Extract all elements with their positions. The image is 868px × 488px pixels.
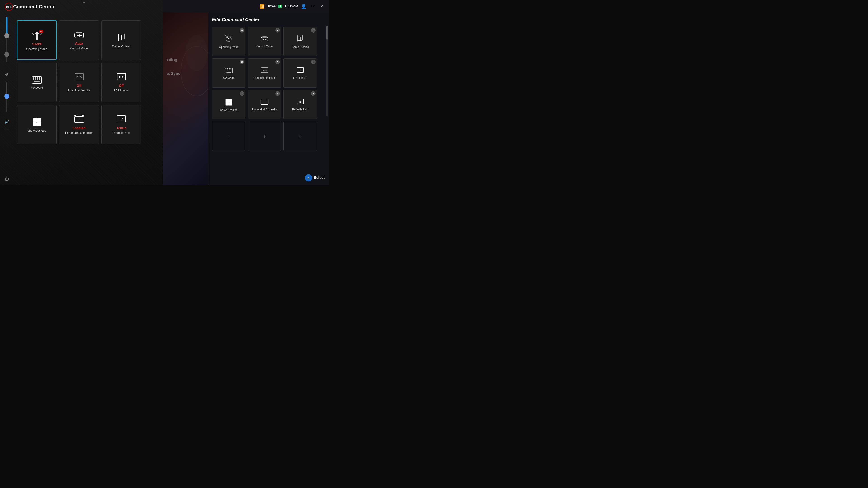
realtime-monitor-icon: INFO	[74, 73, 84, 82]
svg-rect-19	[39, 77, 40, 78]
svg-point-47	[263, 39, 264, 40]
tile-embedded-controller[interactable]: Enabled Embedded Controller	[59, 105, 99, 144]
remove-fps-limiter-button[interactable]: ✕	[311, 60, 315, 64]
edit-tile-game-profiles[interactable]: ✕ Game Profiles	[283, 27, 317, 56]
edit-tile-embedded-controller[interactable]: ✕ Embedded Controller	[248, 90, 281, 119]
volume-slider-thumb[interactable]	[4, 94, 9, 99]
edit-game-profiles-label: Game Profiles	[291, 45, 309, 49]
tile-keyboard[interactable]: Keyboard	[17, 63, 57, 102]
keyboard-label: Keyboard	[31, 86, 43, 90]
tile-refresh-rate[interactable]: HZ 120Hz Refresh Rate	[101, 105, 141, 144]
svg-rect-6	[76, 32, 82, 33]
svg-rect-22	[37, 79, 38, 80]
tile-realtime-monitor[interactable]: INFO Off Real-time Monitor	[59, 63, 99, 102]
brightness-slider-container[interactable]	[6, 17, 7, 67]
realtime-monitor-status: Off	[76, 84, 82, 88]
select-label: Select	[314, 176, 324, 180]
edit-refresh-rate-icon: HZ	[296, 99, 304, 106]
wifi-icon: 📶	[260, 4, 265, 9]
edit-fps-limiter-icon: FPS	[296, 67, 304, 74]
edit-control-mode-label: Control Mode	[256, 45, 273, 48]
svg-rect-16	[33, 77, 34, 78]
svg-rect-63	[225, 99, 229, 102]
separator	[3, 129, 10, 129]
remove-realtime-monitor-button[interactable]: ✕	[275, 60, 280, 64]
fps-limiter-icon: FPS	[117, 73, 126, 82]
svg-rect-67	[261, 100, 268, 104]
title-bar: ROG Command Center	[0, 0, 162, 13]
add-slot-2[interactable]: +	[248, 122, 281, 151]
edit-tile-control-mode[interactable]: ✕ Control Mode	[248, 27, 281, 56]
svg-text:FPS: FPS	[119, 76, 124, 78]
show-desktop-icon	[32, 118, 41, 128]
embedded-controller-icon	[74, 116, 84, 125]
svg-rect-13	[121, 35, 122, 40]
edit-realtime-monitor-label: Real-time Monitor	[254, 76, 275, 80]
svg-rect-21	[35, 79, 36, 80]
panel-scrollbar[interactable]	[327, 26, 328, 116]
scrollbar-thumb[interactable]	[327, 26, 328, 39]
bg-status-line1: nting	[167, 58, 177, 62]
tile-fps-limiter[interactable]: FPS Off FPS Limiter	[101, 63, 141, 102]
remove-show-desktop-button[interactable]: ✕	[240, 91, 244, 96]
tile-control-mode[interactable]: Auto Control Mode	[59, 20, 99, 60]
svg-rect-17	[35, 77, 36, 78]
svg-rect-51	[300, 37, 301, 41]
remove-keyboard-button[interactable]: ✕	[240, 60, 244, 64]
svg-rect-45	[261, 37, 268, 41]
volume-icon[interactable]: 🔊	[4, 120, 9, 124]
add-slot-1[interactable]: +	[212, 122, 246, 151]
volume-slider-container[interactable]	[6, 83, 7, 114]
edit-tile-realtime-monitor[interactable]: ✕ INFO Real-time Monitor	[248, 58, 281, 88]
settings-icon[interactable]: ☸	[5, 72, 8, 77]
remove-operating-mode-button[interactable]: ✕	[240, 28, 244, 33]
svg-point-8	[80, 35, 82, 36]
edit-control-mode-icon	[260, 36, 268, 43]
realtime-monitor-label: Real-time Monitor	[67, 89, 91, 93]
svg-point-48	[266, 39, 267, 40]
svg-rect-14	[124, 34, 125, 39]
edit-realtime-monitor-icon: INFO	[260, 67, 268, 74]
show-desktop-label: Show Desktop	[27, 129, 46, 133]
edit-keyboard-label: Keyboard	[223, 76, 235, 80]
edit-keyboard-icon	[225, 68, 233, 74]
edit-refresh-rate-label: Refresh Rate	[292, 108, 308, 111]
edit-tile-operating-mode[interactable]: ✕ Operating Mode	[212, 27, 246, 56]
remove-embedded-controller-button[interactable]: ✕	[275, 91, 280, 96]
remove-control-mode-button[interactable]: ✕	[275, 28, 280, 33]
tiles-grid-area: 9W Silent Operating Mode Au	[13, 16, 162, 149]
close-button[interactable]: ✕	[318, 3, 326, 10]
select-key-badge: A	[305, 174, 312, 182]
svg-rect-24	[34, 81, 39, 83]
control-mode-label: Control Mode	[70, 46, 88, 51]
control-mode-icon	[74, 31, 84, 40]
edit-tile-keyboard[interactable]: ✕ Keyboard	[212, 58, 246, 88]
tile-show-desktop[interactable]: Show Desktop	[17, 105, 57, 144]
tile-operating-mode[interactable]: 9W Silent Operating Mode	[17, 20, 57, 60]
user-icon: 👤	[301, 4, 307, 9]
edit-embedded-controller-label: Embedded Controller	[252, 108, 277, 111]
svg-point-43	[185, 35, 208, 71]
select-button[interactable]: A Select	[305, 174, 324, 182]
window-controls: — ✕	[309, 3, 326, 10]
svg-marker-4	[39, 33, 42, 35]
edit-tile-refresh-rate[interactable]: ✕ HZ Refresh Rate	[283, 90, 317, 119]
svg-point-42	[181, 46, 208, 96]
fps-limiter-label: FPS Limiter	[114, 89, 129, 93]
power-button[interactable]: ⏻	[4, 176, 9, 182]
brightness-slider-thumb-bottom[interactable]	[4, 52, 9, 57]
refresh-rate-status: 120Hz	[116, 126, 126, 130]
svg-rect-52	[302, 35, 303, 40]
brightness-slider-thumb-top[interactable]	[4, 33, 9, 38]
svg-rect-64	[229, 99, 232, 102]
add-slot-3[interactable]: +	[283, 122, 317, 151]
edit-tile-show-desktop[interactable]: ✕ Show Desktop	[212, 90, 246, 119]
remove-game-profiles-button[interactable]: ✕	[311, 28, 315, 33]
edit-operating-mode-label: Operating Mode	[219, 45, 239, 49]
edit-tile-fps-limiter[interactable]: ✕ FPS FPS Limiter	[283, 58, 317, 88]
remove-refresh-rate-button[interactable]: ✕	[311, 91, 315, 96]
operating-mode-status: Silent	[32, 42, 41, 46]
minimize-button[interactable]: —	[309, 3, 316, 10]
tile-game-profiles[interactable]: Game Profiles	[101, 20, 141, 60]
operating-mode-label: Operating Mode	[26, 47, 47, 51]
